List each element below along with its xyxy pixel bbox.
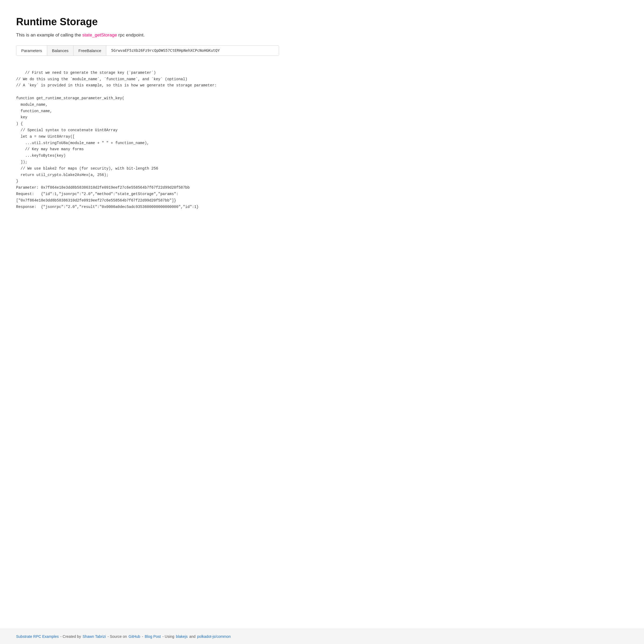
blog-link[interactable]: Blog Post [145, 634, 161, 639]
site-link[interactable]: Substrate RPC Examples [16, 634, 59, 639]
using-label: - Using [162, 634, 174, 639]
code-block: // First we need to generate the storage… [16, 63, 279, 217]
param-cell-address: 5GrwvaEF5zXb26Fz9rcQpDWS57CtERHpNehXCPcN… [106, 46, 279, 56]
polkadot-link[interactable]: polkadot-js/common [197, 634, 231, 639]
footer: Substrate RPC Examples - Created by Shaw… [0, 629, 644, 644]
page-title: Runtime Storage [16, 16, 279, 28]
params-row: Parameters Balances FreeBalance 5GrwvaEF… [16, 45, 279, 56]
author-link[interactable]: Shawn Tabrizi [83, 634, 106, 639]
intro-suffix: rpc endpoint. [117, 32, 145, 38]
code-output: Parameter: 0x7f864e18e3dd8b58386310d2fe0… [16, 185, 199, 209]
blakejs-link[interactable]: blakejs [176, 634, 188, 639]
param-cell-freebalance[interactable]: FreeBalance [74, 46, 106, 56]
and-text: and [189, 634, 195, 639]
dash-separator-1: - [142, 634, 143, 639]
source-label: - Source on [108, 634, 127, 639]
github-link[interactable]: GitHub [129, 634, 140, 639]
param-cell-balances[interactable]: Balances [47, 46, 74, 56]
param-cell-parameters[interactable]: Parameters [16, 46, 47, 56]
state-get-storage-link[interactable]: state_getStorage [82, 32, 117, 38]
created-by-label: - Created by [60, 634, 81, 639]
code-comments: // First we need to generate the storage… [16, 71, 217, 184]
intro-paragraph: This is an example of calling the state_… [16, 32, 279, 38]
intro-prefix: This is an example of calling the [16, 32, 82, 38]
main-content: Runtime Storage This is an example of ca… [0, 0, 295, 629]
